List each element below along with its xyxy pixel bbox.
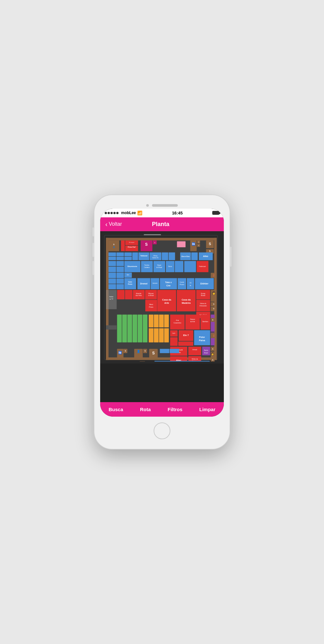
svg-text:da Arte: da Arte xyxy=(190,321,195,322)
svg-rect-60 xyxy=(175,261,184,272)
svg-text:Ein: Ein xyxy=(127,274,129,276)
svg-rect-64 xyxy=(109,261,116,266)
svg-rect-20 xyxy=(177,241,186,247)
svg-rect-166 xyxy=(178,342,193,346)
svg-text:S: S xyxy=(145,350,146,352)
svg-text:-te Brasil: -te Brasil xyxy=(148,295,154,296)
svg-text:S: S xyxy=(209,250,211,252)
svg-rect-138 xyxy=(138,314,142,342)
svg-text:Steno: Steno xyxy=(168,266,172,267)
phone-bottom-bezel xyxy=(100,417,224,443)
svg-text:Eva e Eva: Eva e Eva xyxy=(182,255,190,257)
floor-map[interactable]: S 👤 So tsopor Prime Chef S s xyxy=(102,233,222,362)
svg-text:Mansão: Mansão xyxy=(136,292,141,294)
svg-rect-143 xyxy=(164,314,169,327)
svg-text:S: S xyxy=(209,242,211,246)
svg-rect-147 xyxy=(164,328,169,342)
svg-text:Prime Chef: Prime Chef xyxy=(128,246,136,248)
busca-button[interactable]: Busca xyxy=(105,407,126,412)
volume-up-button[interactable] xyxy=(92,243,94,257)
status-left: mobLee 📶 xyxy=(105,211,142,215)
svg-text:Burda: Burda xyxy=(204,350,208,351)
svg-text:Madeira: Madeira xyxy=(182,301,191,304)
svg-text:Cosentino: Cosentino xyxy=(174,322,181,324)
svg-rect-203 xyxy=(170,349,179,353)
svg-rect-43 xyxy=(109,253,116,256)
power-button[interactable] xyxy=(230,247,232,267)
speaker-bar xyxy=(152,204,178,207)
svg-rect-145 xyxy=(154,328,159,342)
svg-rect-165 xyxy=(170,337,177,346)
svg-rect-37 xyxy=(169,253,175,260)
svg-rect-137 xyxy=(132,314,137,342)
svg-rect-65 xyxy=(117,261,124,266)
svg-rect-91 xyxy=(117,272,124,278)
svg-text:Condo: Condo xyxy=(180,282,184,283)
svg-rect-47 xyxy=(109,257,116,260)
svg-text:🚻: 🚻 xyxy=(118,351,122,355)
page-title: Planta xyxy=(122,221,199,228)
svg-text:Fabricart: Fabricart xyxy=(199,265,206,267)
svg-rect-94 xyxy=(109,284,116,289)
svg-text:Lam: Lam xyxy=(172,332,175,334)
svg-text:Serilon: Serilon xyxy=(202,320,208,322)
svg-text:Janom: Janom xyxy=(152,282,157,284)
svg-text:West: West xyxy=(149,303,153,305)
svg-rect-45 xyxy=(124,253,132,256)
svg-rect-8 xyxy=(109,240,119,251)
svg-rect-48 xyxy=(117,257,124,260)
svg-rect-92 xyxy=(109,279,116,284)
volume-mute-button[interactable] xyxy=(92,227,94,236)
svg-text:🚪: 🚪 xyxy=(212,274,215,277)
dark-area xyxy=(100,363,224,402)
svg-text:s: s xyxy=(154,241,155,243)
svg-text:Crie: Crie xyxy=(166,284,170,286)
svg-rect-49 xyxy=(124,257,132,260)
svg-text:👤: 👤 xyxy=(137,350,140,353)
svg-text:Santa Fé: Santa Fé xyxy=(152,257,158,259)
phone-screen: mobLee 📶 16:45 ‹ Voltar Planta xyxy=(100,209,224,417)
svg-rect-146 xyxy=(159,328,164,342)
svg-text:Vitrine da: Vitrine da xyxy=(192,358,198,360)
svg-rect-163 xyxy=(211,314,214,332)
svg-text:Singer: Singer xyxy=(157,264,162,266)
svg-rect-77 xyxy=(160,278,177,289)
svg-rect-134 xyxy=(117,314,122,342)
back-button[interactable]: ‹ Voltar xyxy=(105,221,122,228)
home-button[interactable] xyxy=(154,422,170,439)
svg-text:Dremel: Dremel xyxy=(140,282,148,285)
svg-text:Scrap: Scrap xyxy=(201,292,205,294)
svg-rect-40 xyxy=(191,253,198,260)
svg-text:S: S xyxy=(212,348,214,350)
svg-rect-136 xyxy=(127,314,132,342)
svg-text:Picasa: Picasa xyxy=(180,283,184,285)
svg-rect-105 xyxy=(117,290,125,299)
svg-rect-202 xyxy=(160,349,169,353)
svg-text:Silhouet: Silhouet xyxy=(148,292,154,294)
limpar-button[interactable]: Limpar xyxy=(196,407,219,412)
svg-rect-144 xyxy=(149,328,154,342)
svg-text:So tsopor: So tsopor xyxy=(129,242,135,243)
svg-text:Atelier: Atelier xyxy=(109,296,114,298)
svg-text:das Artes: das Artes xyxy=(136,295,142,296)
svg-text:Casa da: Casa da xyxy=(182,298,191,301)
map-container[interactable]: S 👤 So tsopor Prime Chef S s xyxy=(100,231,224,364)
svg-text:S: S xyxy=(212,319,214,321)
svg-text:Artmak: Artmak xyxy=(192,349,197,351)
svg-text:🚪: 🚪 xyxy=(212,334,215,337)
wifi-icon: 📶 xyxy=(137,211,142,215)
svg-rect-44 xyxy=(117,253,124,256)
svg-text:Ol: Ol xyxy=(190,282,191,284)
volume-down-button[interactable] xyxy=(92,261,94,275)
svg-text:Toke e: Toke e xyxy=(165,281,172,283)
rota-button[interactable]: Rota xyxy=(137,407,154,412)
filtros-button[interactable]: Filtros xyxy=(164,407,186,412)
battery-icon xyxy=(212,211,219,215)
svg-text:S: S xyxy=(213,303,214,305)
svg-text:S: S xyxy=(152,351,155,355)
svg-rect-67 xyxy=(117,266,124,272)
svg-text:Arte: Arte xyxy=(164,301,169,304)
svg-text:Döhler: Döhler xyxy=(200,282,208,285)
svg-rect-66 xyxy=(109,266,116,272)
svg-text:do Brasil: do Brasil xyxy=(156,266,162,268)
